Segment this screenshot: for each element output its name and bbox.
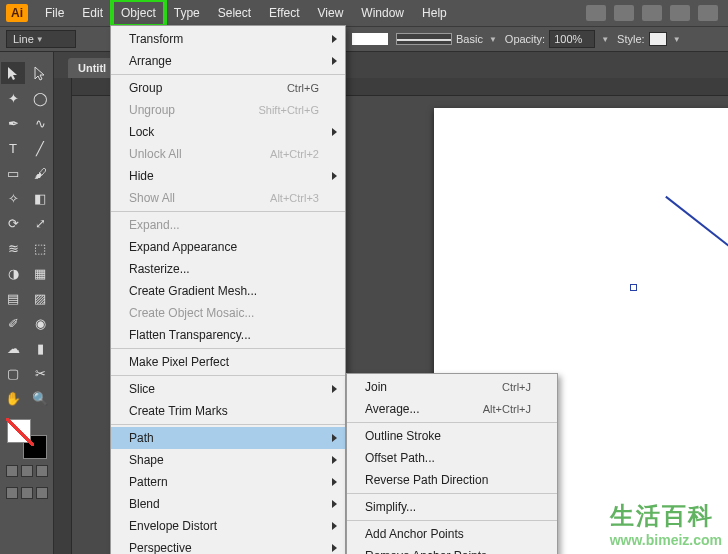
symbol-tool[interactable]: ☁: [1, 337, 25, 359]
color-mode-icon[interactable]: [6, 465, 18, 477]
menu-effect[interactable]: Effect: [260, 0, 308, 26]
object-menu-item-group[interactable]: GroupCtrl+G: [111, 77, 345, 99]
free-transform-tool[interactable]: ⬚: [28, 237, 52, 259]
object-menu-item-arrange[interactable]: Arrange: [111, 50, 345, 72]
eyedropper-tool[interactable]: ✐: [1, 312, 25, 334]
type-tool[interactable]: T: [1, 137, 25, 159]
path-menu-item-simplify[interactable]: Simplify...: [347, 496, 557, 518]
gpu-icon[interactable]: [670, 5, 690, 21]
object-menu-item-expand-appearance[interactable]: Expand Appearance: [111, 236, 345, 258]
path-menu-item-offset-path[interactable]: Offset Path...: [347, 447, 557, 469]
object-menu-item-blend[interactable]: Blend: [111, 493, 345, 515]
path-menu-item-add-anchor-points[interactable]: Add Anchor Points: [347, 523, 557, 545]
object-menu-item-unlock-all: Unlock AllAlt+Ctrl+2: [111, 143, 345, 165]
slice-tool[interactable]: ✂: [28, 362, 52, 384]
menu-type[interactable]: Type: [165, 0, 209, 26]
graph-tool[interactable]: ▮: [28, 337, 52, 359]
object-menu-item-create-gradient-mesh[interactable]: Create Gradient Mesh...: [111, 280, 345, 302]
draw-normal-icon[interactable]: [6, 487, 18, 499]
rectangle-tool[interactable]: ▭: [1, 162, 25, 184]
fill-stroke-control[interactable]: [7, 419, 47, 459]
stroke-swatch-icon: [352, 33, 388, 45]
menu-item-shortcut: Shift+Ctrl+G: [258, 104, 319, 116]
anchor-point-icon[interactable]: [630, 284, 637, 291]
menu-item-label: Rasterize...: [129, 262, 319, 276]
zoom-tool[interactable]: 🔍: [28, 387, 52, 409]
gradient-mode-icon[interactable]: [21, 465, 33, 477]
fill-swatch[interactable]: [7, 419, 31, 443]
line-tool[interactable]: ╱: [28, 137, 52, 159]
scale-tool[interactable]: ⤢: [28, 212, 52, 234]
draw-inside-icon[interactable]: [36, 487, 48, 499]
none-mode-icon[interactable]: [36, 465, 48, 477]
curvature-tool[interactable]: ∿: [28, 112, 52, 134]
object-menu-item-transform[interactable]: Transform: [111, 28, 345, 50]
path-menu-item-outline-stroke[interactable]: Outline Stroke: [347, 425, 557, 447]
document-tab[interactable]: Untitl: [68, 58, 116, 78]
object-menu-item-envelope-distort[interactable]: Envelope Distort: [111, 515, 345, 537]
direct-selection-tool[interactable]: [28, 62, 52, 84]
menu-select[interactable]: Select: [209, 0, 260, 26]
object-menu-item-path[interactable]: Path: [111, 427, 345, 449]
opacity-label: Opacity:: [505, 33, 545, 45]
perspective-tool[interactable]: ▦: [28, 262, 52, 284]
artboard-tool[interactable]: ▢: [1, 362, 25, 384]
opacity-field[interactable]: Opacity: 100% ▼: [505, 30, 609, 48]
shaper-tool[interactable]: ✧: [1, 187, 25, 209]
search-icon[interactable]: [698, 5, 718, 21]
menu-edit[interactable]: Edit: [73, 0, 112, 26]
path-menu-item-reverse-path-direction[interactable]: Reverse Path Direction: [347, 469, 557, 491]
eraser-tool[interactable]: ◧: [28, 187, 52, 209]
lasso-tool[interactable]: ◯: [28, 87, 52, 109]
magic-wand-tool[interactable]: ✦: [1, 87, 25, 109]
menu-item-label: Shape: [129, 453, 319, 467]
toolbox: ✦ ◯ ✒ ∿ T ╱ ▭ 🖌 ✧ ◧ ⟳ ⤢ ≋ ⬚ ◑ ▦ ▤ ▨ ✐ ◉ …: [0, 52, 54, 554]
paintbrush-tool[interactable]: 🖌: [28, 162, 52, 184]
menu-item-label: Make Pixel Perfect: [129, 355, 319, 369]
menu-view[interactable]: View: [309, 0, 353, 26]
shape-builder-tool[interactable]: ◑: [1, 262, 25, 284]
mesh-tool[interactable]: ▤: [1, 287, 25, 309]
brush-preset-field[interactable]: Basic ▼: [396, 33, 497, 45]
gradient-tool[interactable]: ▨: [28, 287, 52, 309]
menu-item-label: Create Gradient Mesh...: [129, 284, 319, 298]
bridge-icon[interactable]: [586, 5, 606, 21]
object-menu-item-pattern[interactable]: Pattern: [111, 471, 345, 493]
width-tool[interactable]: ≋: [1, 237, 25, 259]
style-field[interactable]: Style: ▼: [617, 32, 680, 46]
object-menu-item-create-trim-marks[interactable]: Create Trim Marks: [111, 400, 345, 422]
object-menu-item-slice[interactable]: Slice: [111, 378, 345, 400]
tool-name-display[interactable]: Line ▼: [6, 30, 76, 48]
menu-item-label: Hide: [129, 169, 319, 183]
line-object[interactable]: [665, 196, 728, 382]
menu-object[interactable]: Object: [112, 0, 165, 26]
menu-window[interactable]: Window: [352, 0, 413, 26]
arrange-docs-icon[interactable]: [642, 5, 662, 21]
stock-icon[interactable]: [614, 5, 634, 21]
object-menu-item-rasterize[interactable]: Rasterize...: [111, 258, 345, 280]
object-menu-item-create-object-mosaic: Create Object Mosaic...: [111, 302, 345, 324]
path-menu-item-remove-anchor-points[interactable]: Remove Anchor Points: [347, 545, 557, 554]
object-menu-item-flatten-transparency[interactable]: Flatten Transparency...: [111, 324, 345, 346]
object-menu-item-lock[interactable]: Lock: [111, 121, 345, 143]
menu-help[interactable]: Help: [413, 0, 456, 26]
menu-item-label: Unlock All: [129, 147, 240, 161]
path-menu-item-average[interactable]: Average...Alt+Ctrl+J: [347, 398, 557, 420]
object-menu-item-shape[interactable]: Shape: [111, 449, 345, 471]
path-menu-item-join[interactable]: JoinCtrl+J: [347, 376, 557, 398]
object-menu-item-make-pixel-perfect[interactable]: Make Pixel Perfect: [111, 351, 345, 373]
selection-tool[interactable]: [1, 62, 25, 84]
draw-behind-icon[interactable]: [21, 487, 33, 499]
menu-item-shortcut: Ctrl+J: [502, 381, 531, 393]
menu-file[interactable]: File: [36, 0, 73, 26]
rotate-tool[interactable]: ⟳: [1, 212, 25, 234]
hand-tool[interactable]: ✋: [1, 387, 25, 409]
stroke-weight-field[interactable]: [352, 33, 388, 45]
menu-item-label: Create Object Mosaic...: [129, 306, 319, 320]
object-menu-item-hide[interactable]: Hide: [111, 165, 345, 187]
pen-tool[interactable]: ✒: [1, 112, 25, 134]
object-menu-item-perspective[interactable]: Perspective: [111, 537, 345, 554]
menu-item-label: Arrange: [129, 54, 319, 68]
blend-tool[interactable]: ◉: [28, 312, 52, 334]
menu-item-label: Path: [129, 431, 319, 445]
